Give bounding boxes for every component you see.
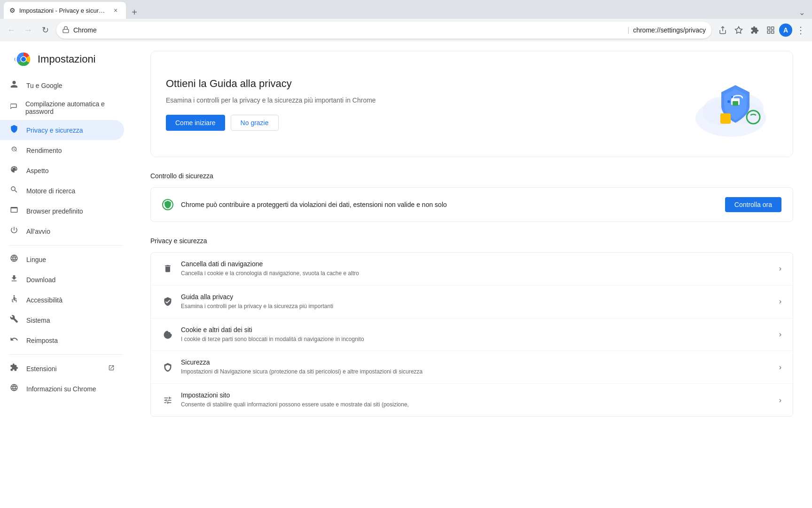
item-title-cookie: Cookie e altri dati dei siti (181, 326, 772, 333)
sidebar-item-rendimento[interactable]: Rendimento (0, 140, 124, 160)
reset-icon (9, 335, 19, 346)
sidebar-label-reimposta: Reimposta (26, 337, 58, 344)
address-bar: ← → ↻ Chrome | chrome://settings/privacy (0, 19, 812, 41)
profile-button[interactable]: A (779, 24, 792, 37)
list-item-cancella-dati[interactable]: Cancella dati di navigazione Cancella i … (151, 253, 793, 286)
tab-strip-end: ⌄ (795, 6, 808, 19)
svg-point-24 (166, 334, 168, 336)
list-item-cookie[interactable]: Cookie e altri dati dei siti I cookie di… (151, 318, 793, 351)
item-desc-guida-privacy: Esamina i controlli per la privacy e la … (181, 302, 772, 310)
list-item-impostazioni-sito[interactable]: Impostazioni sito Consente di stabilire … (151, 384, 793, 416)
chrome-logo-svg (15, 51, 32, 68)
svg-rect-0 (63, 29, 69, 32)
security-section-title: Controllo di sicurezza (150, 172, 793, 180)
chevron-right-icon: › (779, 264, 781, 273)
item-title-guida-privacy: Guida alla privacy (181, 293, 772, 301)
sidebar-label-sistema: Sistema (26, 317, 50, 324)
sidebar-item-download[interactable]: Download (0, 270, 124, 290)
sidebar-item-estensioni[interactable]: Estensioni (0, 358, 124, 379)
banner-title: Ottieni la Guida alla privacy (166, 78, 684, 90)
sidebar-item-reimposta[interactable]: Reimposta (0, 330, 124, 350)
security-check-text: Chrome può contribuire a proteggerti da … (181, 200, 718, 210)
sidebar-item-sistema[interactable]: Sistema (0, 310, 124, 330)
share-button[interactable] (715, 23, 730, 38)
sidebar-item-browser[interactable]: Browser predefinito (0, 201, 124, 221)
item-desc-cancella-dati: Cancella i cookie e la cronologia di nav… (181, 270, 772, 278)
chevron-right-icon-2: › (779, 297, 781, 306)
power-icon (9, 226, 19, 237)
sidebar-label-accessibilita: Accessibilità (26, 296, 62, 304)
svg-rect-5 (772, 31, 774, 33)
sidebar-item-aspetto[interactable]: Aspetto (0, 160, 124, 181)
extensions-button[interactable] (747, 23, 762, 38)
shield-check-icon (162, 296, 173, 307)
svg-marker-2 (735, 27, 742, 33)
sidebar-label-aspetto: Aspetto (26, 167, 48, 175)
sidebar-label-download: Download (26, 276, 55, 284)
browser-icon (9, 206, 19, 216)
security-check-card: Chrome può contribuire a proteggerti da … (150, 187, 793, 222)
sidebar-label-estensioni: Estensioni (26, 365, 57, 373)
banner-description: Esamina i controlli per la privacy e la … (166, 95, 684, 105)
svg-point-27 (166, 333, 167, 334)
check-now-button[interactable]: Controlla ora (725, 197, 781, 212)
sidebar-label-compilazione: Compilazione automatica e password (25, 100, 115, 115)
settings-title: Impostazioni (38, 53, 96, 65)
settings-header: Impostazioni (0, 45, 132, 75)
sidebar-item-avvio[interactable]: All'avvio (0, 221, 124, 241)
svg-point-14 (14, 295, 15, 297)
chrome-label: Chrome (73, 26, 624, 34)
sidebar-item-lingue[interactable]: Lingue (0, 249, 124, 270)
item-desc-sicurezza: Impostazioni di Navigazione sicura (prot… (181, 368, 772, 376)
sidebar-item-tu-e-google[interactable]: Tu e Google (0, 75, 124, 95)
omnibox-lock-icon (62, 26, 70, 35)
privacy-guide-banner: Ottieni la Guida alla privacy Esamina i … (150, 51, 793, 157)
omnibox[interactable]: Chrome | chrome://settings/privacy (56, 22, 711, 39)
active-tab[interactable]: ⚙ Impostazioni - Privacy e sicure... × (4, 2, 126, 19)
list-item-sicurezza[interactable]: Sicurezza Impostazioni di Navigazione si… (151, 351, 793, 384)
sidebar-item-motore[interactable]: Motore di ricerca (0, 181, 124, 201)
sliders-icon (162, 395, 173, 406)
sidebar-label-privacy: Privacy e sicurezza (26, 127, 83, 134)
trash-icon (162, 263, 173, 274)
url-separator: | (628, 26, 630, 34)
sidebar: Impostazioni Tu e Google Compilazione au… (0, 41, 132, 508)
sidebar-divider-2 (9, 354, 122, 355)
privacy-illustration (684, 66, 778, 142)
download-icon (9, 274, 19, 285)
sidebar-label-avvio: All'avvio (26, 228, 50, 235)
search-icon (9, 185, 19, 196)
sidebar-label-rendimento: Rendimento (26, 147, 62, 154)
svg-rect-19 (733, 101, 738, 106)
list-item-guida-privacy[interactable]: Guida alla privacy Esamina i controlli p… (151, 286, 793, 318)
sidebar-item-accessibilita[interactable]: Accessibilità (0, 290, 124, 310)
sidebar-label-lingue: Lingue (26, 256, 46, 263)
chevron-right-icon-5: › (779, 396, 781, 405)
new-tab-button[interactable]: + (128, 6, 141, 19)
layout-button[interactable] (763, 23, 778, 38)
item-title-sicurezza: Sicurezza (181, 358, 772, 366)
shield-lock-icon (162, 362, 173, 373)
svg-rect-4 (772, 27, 774, 29)
external-link-icon (108, 365, 115, 373)
back-button: ← (4, 23, 19, 38)
tab-close-button[interactable]: × (111, 6, 120, 15)
chevron-right-icon-3: › (779, 330, 781, 339)
start-button[interactable]: Come iniziare (166, 115, 225, 131)
item-title-impostazioni-sito: Impostazioni sito (181, 391, 772, 399)
svg-point-13 (21, 57, 26, 62)
sidebar-item-compilazione[interactable]: Compilazione automatica e password (0, 95, 124, 120)
sidebar-item-privacy[interactable]: Privacy e sicurezza (0, 120, 124, 140)
decline-button[interactable]: No grazie (231, 115, 279, 131)
sidebar-item-info[interactable]: Informazioni su Chrome (0, 379, 124, 399)
menu-button[interactable]: ⋮ (793, 23, 808, 38)
globe-icon (9, 254, 19, 265)
bookmark-button[interactable] (731, 23, 746, 38)
forward-button: → (21, 23, 36, 38)
accessibility-icon (9, 294, 19, 305)
sidebar-divider-1 (9, 245, 122, 246)
main-content: Ottieni la Guida alla privacy Esamina i … (132, 41, 812, 508)
cookie-icon (162, 329, 173, 340)
svg-rect-3 (767, 27, 770, 29)
reload-button[interactable]: ↻ (38, 23, 53, 38)
